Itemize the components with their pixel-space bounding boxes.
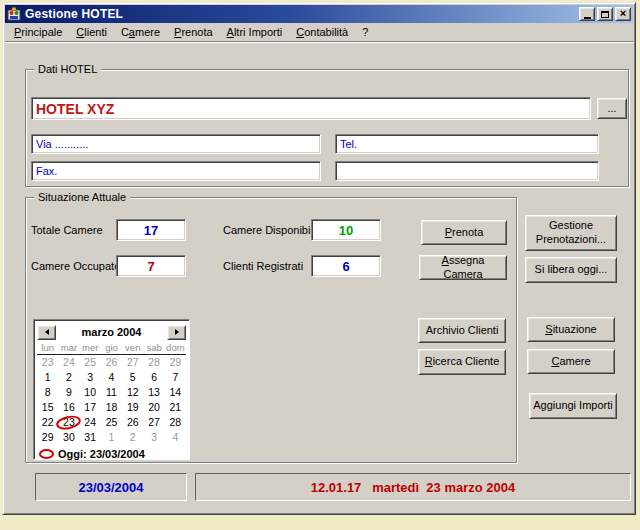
- calendar-day[interactable]: 1: [101, 430, 122, 445]
- camere-occupate-value: 7: [116, 255, 186, 277]
- calendar-day[interactable]: 13: [143, 385, 164, 400]
- today-label: Oggi: 23/03/2004: [58, 448, 145, 460]
- camere-disponibili-value: 10: [311, 219, 381, 241]
- calendar-day[interactable]: 27: [143, 415, 164, 430]
- calendar-header: marzo 2004: [37, 322, 186, 342]
- maximize-button[interactable]: [597, 7, 613, 21]
- title-bar[interactable]: Gestione HOTEL ×: [5, 5, 633, 23]
- aggiungi-importi-button[interactable]: Aggiungi Importi: [529, 393, 617, 419]
- window-title: Gestione HOTEL: [25, 7, 577, 21]
- calendar-day[interactable]: 4: [165, 430, 186, 445]
- calendar-day[interactable]: 12: [122, 385, 143, 400]
- calendar-day[interactable]: 28: [143, 355, 164, 370]
- close-icon: ×: [620, 8, 626, 19]
- desktop: { "colors": { "window_gray": "#d4d0c8", …: [0, 0, 640, 530]
- month-calendar: marzo 2004 lunmarmergiovensabdom 2324252…: [33, 319, 190, 460]
- fax-input[interactable]: [31, 161, 321, 181]
- clienti-registrati-value: 6: [311, 255, 381, 277]
- close-button[interactable]: ×: [615, 7, 631, 21]
- menu-clienti[interactable]: Clienti: [69, 24, 114, 41]
- menu-prenota[interactable]: Prenota: [167, 24, 220, 41]
- calendar-day[interactable]: 2: [122, 430, 143, 445]
- calendar-weekday-row: lunmarmergiovensabdom: [37, 342, 186, 355]
- calendar-day[interactable]: 14: [165, 385, 186, 400]
- prenota-button[interactable]: Prenota: [421, 220, 507, 245]
- calendar-day[interactable]: 22: [37, 415, 58, 430]
- today-ellipse-icon: [39, 449, 54, 459]
- calendar-weekday: lun: [37, 342, 58, 353]
- menu-help[interactable]: ?: [355, 24, 375, 41]
- calendar-day[interactable]: 2: [58, 370, 79, 385]
- calendar-day[interactable]: 29: [37, 430, 58, 445]
- menu-altri-importi[interactable]: Altri Importi: [220, 24, 290, 41]
- calendar-day[interactable]: 26: [122, 415, 143, 430]
- calendar-grid: 2324252627282912345678910111213141516171…: [37, 355, 186, 445]
- calendar-day[interactable]: 3: [143, 430, 164, 445]
- ricerca-cliente-button[interactable]: Ricerca Cliente: [418, 349, 506, 375]
- maximize-icon: [601, 11, 609, 18]
- calendar-day[interactable]: 29: [165, 355, 186, 370]
- calendar-day[interactable]: 28: [165, 415, 186, 430]
- minimize-button[interactable]: [579, 7, 595, 21]
- calendar-day[interactable]: 7: [165, 370, 186, 385]
- tel-input[interactable]: [335, 134, 599, 154]
- calendar-day[interactable]: 18: [101, 400, 122, 415]
- dati-hotel-legend: Dati HOTEL: [34, 63, 101, 76]
- calendar-day[interactable]: 25: [101, 415, 122, 430]
- hotel-name-input[interactable]: [31, 97, 591, 120]
- calendar-day[interactable]: 5: [122, 370, 143, 385]
- calendar-day[interactable]: 9: [58, 385, 79, 400]
- calendar-day[interactable]: 17: [80, 400, 101, 415]
- calendar-today-row[interactable]: Oggi: 23/03/2004: [37, 445, 186, 462]
- menu-principale[interactable]: Principale: [7, 24, 69, 41]
- calendar-day-selected[interactable]: 23: [58, 415, 79, 430]
- menu-camere[interactable]: Camere: [114, 24, 167, 41]
- calendar-day[interactable]: 25: [80, 355, 101, 370]
- next-month-icon: [175, 329, 179, 335]
- calendar-day[interactable]: 31: [80, 430, 101, 445]
- calendar-day[interactable]: 24: [80, 415, 101, 430]
- calendar-day[interactable]: 1: [37, 370, 58, 385]
- prev-month-button[interactable]: [37, 325, 56, 340]
- calendar-day[interactable]: 27: [122, 355, 143, 370]
- app-window: Gestione HOTEL × Principale Clienti Came…: [2, 2, 636, 515]
- calendar-day[interactable]: 16: [58, 400, 79, 415]
- prev-month-icon: [45, 329, 49, 335]
- gestione-prenotazioni-button[interactable]: Gestione Prenotazioni...: [525, 215, 617, 251]
- assegna-camera-button[interactable]: Assegna Camera: [419, 255, 507, 280]
- calendar-day[interactable]: 6: [143, 370, 164, 385]
- calendar-day[interactable]: 30: [58, 430, 79, 445]
- calendar-weekday: gio: [101, 342, 122, 353]
- calendar-day[interactable]: 24: [58, 355, 79, 370]
- si-libera-oggi-button[interactable]: Si libera oggi...: [525, 257, 617, 283]
- next-month-button[interactable]: [167, 325, 186, 340]
- totale-camere-label: Totale Camere: [31, 224, 103, 236]
- calendar-day[interactable]: 15: [37, 400, 58, 415]
- calendar-weekday: mar: [58, 342, 79, 353]
- extra-input[interactable]: [335, 161, 599, 181]
- calendar-weekday: mer: [80, 342, 101, 353]
- calendar-day[interactable]: 19: [122, 400, 143, 415]
- menu-contabilita[interactable]: Contabilità: [289, 24, 355, 41]
- status-datetime-box: 12.01.17 martedì 23 marzo 2004: [195, 473, 631, 501]
- calendar-day[interactable]: 10: [80, 385, 101, 400]
- calendar-day[interactable]: 4: [101, 370, 122, 385]
- calendar-weekday: dom: [165, 342, 186, 353]
- situazione-button[interactable]: Situazione: [527, 317, 615, 342]
- calendar-day[interactable]: 8: [37, 385, 58, 400]
- archivio-clienti-button[interactable]: Archivio Clienti: [418, 318, 506, 343]
- status-date-box: 23/03/2004: [35, 473, 187, 501]
- browse-button[interactable]: ...: [597, 98, 627, 119]
- calendar-day[interactable]: 3: [80, 370, 101, 385]
- calendar-day[interactable]: 20: [143, 400, 164, 415]
- calendar-day[interactable]: 21: [165, 400, 186, 415]
- situazione-legend: Situazione Attuale: [34, 191, 130, 204]
- menu-bar: Principale Clienti Camere Prenota Altri …: [5, 23, 633, 42]
- calendar-day[interactable]: 23: [37, 355, 58, 370]
- camere-button[interactable]: Camere: [527, 349, 615, 374]
- via-input[interactable]: [31, 134, 321, 154]
- calendar-day[interactable]: 26: [101, 355, 122, 370]
- calendar-day[interactable]: 11: [101, 385, 122, 400]
- client-area: Dati HOTEL ... Situazione Attuale Totale…: [5, 42, 633, 512]
- calendar-weekday: sab: [143, 342, 164, 353]
